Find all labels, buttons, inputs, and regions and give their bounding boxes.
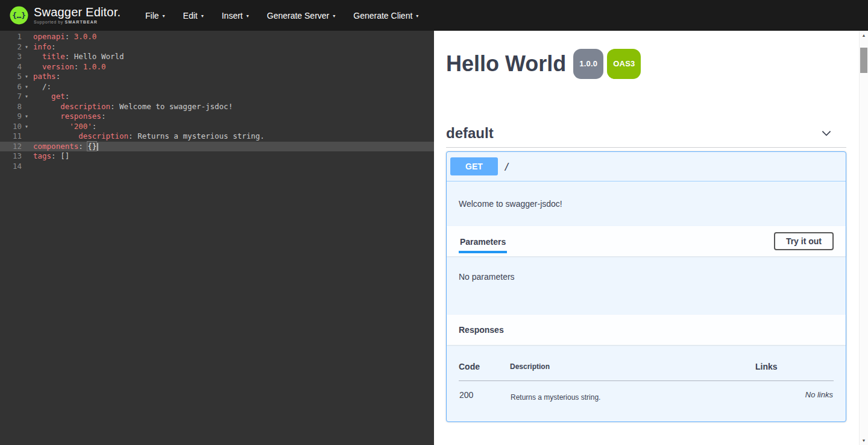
menu-generate-server-label: Generate Server [267,11,330,21]
line-number[interactable]: 2▾ [0,42,28,52]
code-line[interactable]: 14 [0,162,434,172]
operation-description-text: Welcome to swagger-jsdoc! [459,199,834,209]
parameters-body: No parameters [447,256,846,315]
code-line[interactable]: 9▾ responses: [0,112,434,122]
swagger-editor-brand: {…} Swagger Editor. Supported by SMARTBE… [10,6,123,25]
code-line-text[interactable]: version: 1.0.0 [28,62,105,72]
code-line-text[interactable]: openapi: 3.0.0 [28,32,96,42]
menu-generate-server[interactable]: Generate Server ▾ [258,0,345,31]
fold-caret-icon[interactable]: ▾ [25,82,28,92]
code-line-text[interactable]: tags: [] [28,151,69,162]
code-line[interactable]: 1openapi: 3.0.0 [0,32,434,42]
menu-edit-label: Edit [183,11,198,21]
caret-down-icon: ▾ [201,13,204,19]
fold-caret-icon[interactable]: ▾ [25,72,28,82]
code-line[interactable]: 6▾ /: [0,82,434,92]
menu-insert[interactable]: Insert ▾ [213,0,258,31]
code-line-text[interactable] [28,162,33,172]
opblock-get: GET / Welcome to swagger-jsdoc! Paramete… [446,151,846,422]
responses-title: Responses [459,325,504,335]
responses-table: Code Description Links 200 Returns a mys… [459,362,834,402]
code-line[interactable]: 4 version: 1.0.0 [0,62,434,72]
code-line[interactable]: 12components: {} [0,142,434,152]
code-line[interactable]: 2▾info: [0,42,434,52]
brand-title: Swagger Editor. [34,6,121,19]
smartbear-label: SMARTBEAR [64,20,98,24]
response-links: No links [755,381,834,403]
scrollbar-down-arrow-icon[interactable]: ▼ [860,436,868,445]
caret-down-icon: ▾ [416,13,418,19]
opblock-summary[interactable]: GET / [447,152,846,181]
code-line[interactable]: 5▾paths: [0,72,434,82]
operation-path: / [504,161,510,172]
topbar: {…} Swagger Editor. Supported by SMARTBE… [0,0,868,31]
code-line-text[interactable]: get: [28,92,69,102]
fold-caret-icon[interactable]: ▾ [25,92,28,102]
code-line-text[interactable]: info: [28,42,56,52]
fold-caret-icon[interactable]: ▾ [25,122,28,132]
response-row-200: 200 Returns a mysterious string. No link… [459,381,834,403]
line-number[interactable]: 6▾ [0,82,28,92]
tag-title: default [446,125,494,141]
col-header-description: Description [510,362,755,381]
editor-lines: 1openapi: 3.0.02▾info:3 title: Hello Wor… [0,32,434,171]
scrollbar-up-arrow-icon[interactable]: ▲ [860,31,868,40]
menu-file-label: File [145,11,159,21]
main-split: 1openapi: 3.0.02▾info:3 title: Hello Wor… [0,31,868,445]
code-line-text[interactable]: description: Welcome to swagger-jsdoc! [28,102,233,112]
code-line-text[interactable]: '200': [28,122,96,132]
line-number[interactable]: 5▾ [0,72,28,82]
responses-body: Code Description Links 200 Returns a mys… [447,345,846,421]
code-line[interactable]: 13tags: [] [0,151,434,162]
line-number[interactable]: 3 [0,52,28,62]
code-line-text[interactable]: components: {} [28,142,98,152]
code-editor-pane[interactable]: 1openapi: 3.0.02▾info:3 title: Hello Wor… [0,31,434,445]
try-it-out-button[interactable]: Try it out [774,232,834,250]
version-badge: 1.0.0 [573,49,603,79]
line-number[interactable]: 12 [0,142,28,152]
line-number[interactable]: 4 [0,62,28,72]
line-number[interactable]: 1 [0,32,28,42]
line-number[interactable]: 13 [0,151,28,162]
code-line-text[interactable]: title: Hello World [28,52,124,62]
code-line-text[interactable]: description: Returns a mysterious string… [28,131,265,142]
api-info: Hello World1.0.0OAS3 [446,31,846,84]
menu-edit[interactable]: Edit ▾ [174,0,213,31]
chevron-down-icon[interactable] [820,127,833,140]
line-number[interactable]: 11 [0,131,28,142]
api-docs-pane: Hello World1.0.0OAS3 default GET / Welco… [434,31,868,445]
line-number[interactable]: 8 [0,102,28,112]
code-line-text[interactable]: paths: [28,72,60,82]
tab-parameters[interactable]: Parameters [459,237,507,253]
code-line[interactable]: 8 description: Welcome to swagger-jsdoc! [0,102,434,112]
caret-down-icon: ▾ [163,13,165,19]
code-line[interactable]: 7▾ get: [0,92,434,102]
menu-generate-client-label: Generate Client [353,11,412,21]
line-number[interactable]: 9▾ [0,112,28,122]
code-line[interactable]: 10▾ '200': [0,122,434,132]
scrollbar[interactable]: ▲ ▼ [859,31,868,445]
code-line-text[interactable]: /: [28,82,51,92]
code-line-text[interactable]: responses: [28,112,105,122]
response-code: 200 [459,381,510,403]
code-line[interactable]: 3 title: Hello World [0,52,434,62]
tag-section-default[interactable]: default [446,123,846,148]
menu-generate-client[interactable]: Generate Client ▾ [344,0,427,31]
operation-description: Welcome to swagger-jsdoc! [447,181,846,226]
responses-header-row: Code Description Links [459,362,834,381]
menu-file[interactable]: File ▾ [136,0,174,31]
col-header-links: Links [755,362,834,381]
caret-down-icon: ▾ [333,13,335,19]
scrollbar-thumb[interactable] [860,48,867,73]
fold-caret-icon[interactable]: ▾ [25,42,28,52]
brand-tagline: Supported by SMARTBEAR [34,20,121,24]
svg-text:{…}: {…} [12,11,26,20]
swagger-logo-icon: {…} [10,6,28,25]
text-cursor [97,143,98,151]
code-line[interactable]: 11 description: Returns a mysterious str… [0,131,434,142]
line-number[interactable]: 14 [0,162,28,172]
fold-caret-icon[interactable]: ▾ [25,112,28,122]
line-number[interactable]: 7▾ [0,92,28,102]
line-number[interactable]: 10▾ [0,122,28,132]
oas3-badge: OAS3 [607,49,641,79]
